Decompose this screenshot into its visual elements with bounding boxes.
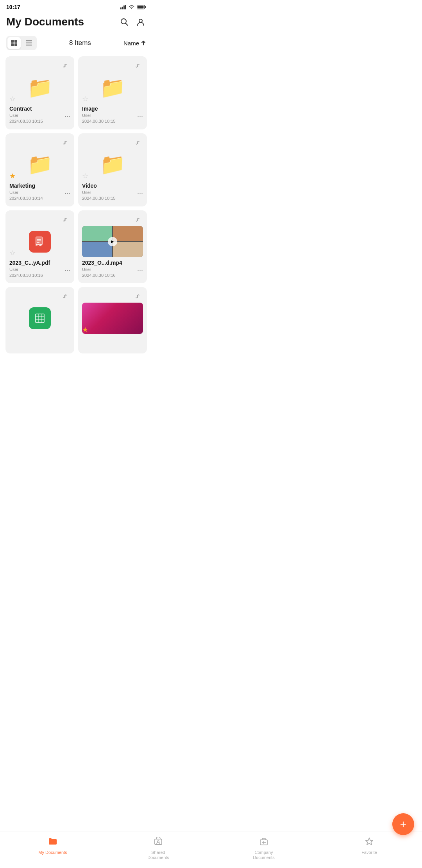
- card-top-flower: [82, 291, 143, 302]
- card-meta-row-video: User2024.08.30 10:15 ···: [82, 190, 143, 202]
- card-meta-row-image: User2024.08.30 10:15 ···: [82, 113, 143, 125]
- card-info-marketing: Marketing User2024.08.30 10:14 ···: [9, 183, 70, 202]
- card-thumbnail-image: 📁 ☆: [82, 72, 143, 103]
- link-icon-pdf: [59, 214, 70, 225]
- link-chain-icon: [135, 63, 140, 68]
- card-top-mp4: [82, 214, 143, 225]
- link-chain-icon: [62, 217, 68, 222]
- card-thumbnail-contract: 📁 ☆: [9, 72, 70, 103]
- folder-icon-marketing: 📁: [27, 152, 53, 176]
- status-bar: 10:17: [0, 0, 152, 13]
- link-icon-sheet: [59, 291, 70, 302]
- card-top-marketing: [9, 137, 70, 148]
- svg-rect-6: [138, 6, 144, 9]
- header: My Documents: [0, 13, 152, 34]
- card-info-contract: Contract User2024.08.30 10:15 ···: [9, 106, 70, 125]
- svg-line-8: [126, 23, 128, 26]
- star-button-contract[interactable]: ☆: [9, 95, 16, 103]
- file-card-video[interactable]: 📁 ☆ Video User2024.08.30 10:15 ···: [78, 133, 147, 206]
- file-card-mp4[interactable]: ▶ 2023_O...d.mp4 User2024.08.30 10:16 ··…: [78, 210, 147, 283]
- sheet-file-icon: [34, 313, 45, 324]
- card-meta-image: User2024.08.30 10:15: [82, 113, 116, 125]
- card-info-mp4: 2023_O...d.mp4 User2024.08.30 10:16 ···: [82, 260, 143, 279]
- link-icon-flower: [132, 291, 143, 302]
- folder-icon-video: 📁: [100, 152, 125, 176]
- file-card-flower[interactable]: ★: [78, 287, 147, 353]
- card-meta-marketing: User2024.08.30 10:14: [9, 190, 43, 202]
- folder-icon-image: 📁: [100, 76, 125, 100]
- link-chain-icon: [135, 294, 140, 299]
- file-card-image[interactable]: 📁 ☆ Image User2024.08.30 10:15 ···: [78, 56, 147, 129]
- card-meta-video: User2024.08.30 10:15: [82, 190, 116, 202]
- card-thumbnail-flower: ★: [82, 303, 143, 334]
- link-icon-mp4: [132, 214, 143, 225]
- card-name-pdf: 2023_C...yA.pdf: [9, 260, 70, 266]
- svg-rect-2: [123, 5, 125, 9]
- item-count: 8 Items: [69, 39, 91, 47]
- more-button-mp4[interactable]: ···: [137, 267, 143, 274]
- card-meta-pdf: User2024.08.30 10:16: [9, 267, 43, 279]
- star-button-image[interactable]: ☆: [82, 95, 88, 103]
- link-chain-icon: [62, 140, 68, 145]
- svg-rect-24: [36, 314, 44, 323]
- star-button-flower[interactable]: ★: [82, 325, 88, 334]
- file-card-sheet[interactable]: ☆: [5, 287, 74, 353]
- status-time: 10:17: [6, 4, 20, 10]
- card-info-video: Video User2024.08.30 10:15 ···: [82, 183, 143, 202]
- video-thumbnail: ▶: [82, 226, 143, 257]
- file-card-pdf[interactable]: PDF ☆ 2023_C...yA.pdf User2024.08.30 10:…: [5, 210, 74, 283]
- pdf-file-icon: PDF: [34, 236, 45, 247]
- svg-rect-16: [26, 45, 32, 46]
- svg-rect-12: [11, 43, 14, 46]
- list-view-button[interactable]: [22, 37, 36, 49]
- card-name-mp4: 2023_O...d.mp4: [82, 260, 143, 266]
- star-button-marketing[interactable]: ★: [9, 172, 16, 180]
- card-meta-row-marketing: User2024.08.30 10:14 ···: [9, 190, 70, 202]
- card-thumbnail-mp4: ▶: [82, 226, 143, 257]
- more-button-marketing[interactable]: ···: [64, 190, 70, 197]
- search-button[interactable]: [119, 16, 130, 27]
- profile-icon: [136, 18, 145, 26]
- svg-text:PDF: PDF: [36, 244, 42, 247]
- profile-button[interactable]: [135, 16, 146, 27]
- link-chain-icon: [135, 140, 140, 145]
- grid-view-button[interactable]: [7, 37, 21, 49]
- link-icon-image: [132, 60, 143, 71]
- card-name-image: Image: [82, 106, 143, 112]
- more-button-pdf[interactable]: ···: [64, 267, 70, 274]
- flower-image-thumb: [82, 303, 143, 334]
- more-button-contract[interactable]: ···: [64, 113, 70, 120]
- card-name-video: Video: [82, 183, 143, 189]
- card-thumbnail-pdf: PDF ☆: [9, 226, 70, 257]
- file-card-marketing[interactable]: 📁 ★ Marketing User2024.08.30 10:14 ···: [5, 133, 74, 206]
- star-button-video[interactable]: ☆: [82, 172, 88, 180]
- more-button-image[interactable]: ···: [137, 113, 143, 120]
- status-icons: [120, 5, 146, 9]
- star-button-pdf[interactable]: ☆: [9, 249, 16, 257]
- svg-point-9: [139, 19, 142, 22]
- sort-button[interactable]: Name: [123, 40, 146, 47]
- card-meta-row-pdf: User2024.08.30 10:16 ···: [9, 267, 70, 279]
- svg-rect-3: [125, 5, 126, 9]
- folder-icon-contract: 📁: [27, 76, 53, 100]
- file-card-contract[interactable]: 📁 ☆ Contract User2024.08.30 10:15 ···: [5, 56, 74, 129]
- card-info-image: Image User2024.08.30 10:15 ···: [82, 106, 143, 125]
- svg-rect-10: [11, 40, 14, 43]
- play-overlay: ▶: [108, 237, 117, 246]
- card-top-image: [82, 60, 143, 71]
- link-icon-marketing: [59, 137, 70, 148]
- battery-icon: [137, 5, 146, 9]
- pdf-icon: PDF: [29, 231, 51, 253]
- more-button-video[interactable]: ···: [137, 190, 143, 197]
- card-name-contract: Contract: [9, 106, 70, 112]
- sort-icon: [141, 40, 146, 46]
- sort-label: Name: [123, 40, 139, 47]
- card-top-video: [82, 137, 143, 148]
- sheet-icon: [29, 307, 51, 329]
- view-toggle-group: [6, 36, 37, 50]
- card-top-pdf: [9, 214, 70, 225]
- svg-rect-14: [26, 40, 32, 41]
- svg-rect-15: [26, 43, 32, 44]
- card-meta-row-mp4: User2024.08.30 10:16 ···: [82, 267, 143, 279]
- list-icon: [26, 40, 32, 46]
